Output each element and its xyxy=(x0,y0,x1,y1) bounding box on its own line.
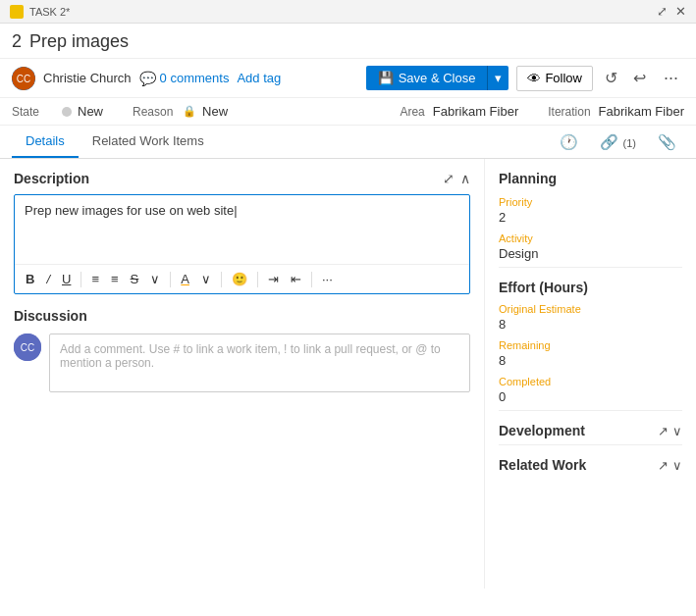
comment-input[interactable]: Add a comment. Use # to link a work item… xyxy=(49,334,470,392)
description-expand-button[interactable]: ⤢ xyxy=(443,171,455,186)
description-icons: ⤢ ∧ xyxy=(443,171,470,186)
divider1 xyxy=(499,267,682,268)
remaining-value: 8 xyxy=(499,353,682,368)
discussion-section: Discussion CC Add a comment. Use # to li… xyxy=(14,308,470,392)
close-icon[interactable]: ✕ xyxy=(675,4,686,19)
description-header: Description ⤢ ∧ xyxy=(14,171,470,186)
indent-button[interactable]: ⇥ xyxy=(263,269,284,289)
comments-button[interactable]: 💬 0 comments xyxy=(139,71,230,86)
tab-related-work-items[interactable]: Related Work Items xyxy=(79,126,218,158)
area-iteration-group: Area Fabrikam Fiber Iteration Fabrikam F… xyxy=(400,104,684,119)
related-work-expand-icons: ↗ ∨ xyxy=(658,458,682,473)
development-chevron-icon: ∨ xyxy=(672,424,682,438)
link-icon: 🔗 xyxy=(600,133,618,150)
task-title: Prep images xyxy=(29,31,129,52)
completed-value: 0 xyxy=(499,389,682,404)
iteration-value: Fabrikam Fiber xyxy=(599,104,684,119)
sep5 xyxy=(311,272,312,287)
dropdown-icon: ▾ xyxy=(495,71,502,85)
left-panel: Description ⤢ ∧ Prep new images for use … xyxy=(0,159,485,589)
save-icon: 💾 xyxy=(378,71,394,85)
save-close-button[interactable]: 💾 Save & Close xyxy=(366,66,488,90)
italic-button[interactable]: / xyxy=(41,269,55,289)
attach-button[interactable]: 📎 xyxy=(650,128,684,157)
meta-row: State New Reason 🔒 New Area Fabrikam Fib… xyxy=(0,98,696,126)
undo-button[interactable]: ↩ xyxy=(629,65,650,91)
priority-value: 2 xyxy=(499,210,682,225)
attach-icon: 📎 xyxy=(658,133,676,150)
related-work-chevron-icon: ∨ xyxy=(672,458,682,473)
right-panel: Planning Priority 2 Activity Design Effo… xyxy=(485,159,696,589)
expand-icon[interactable]: ⤢ xyxy=(657,4,668,19)
tabs-row: Details Related Work Items 🕐 🔗 (1) 📎 xyxy=(0,126,696,159)
toolbar: CC Christie Church 💬 0 comments Add tag … xyxy=(0,59,696,98)
history-button[interactable]: 🕐 xyxy=(552,128,586,157)
underline-button[interactable]: U xyxy=(57,269,76,289)
comments-count: 0 comments xyxy=(160,71,230,85)
sep2 xyxy=(170,272,171,287)
author-name: Christie Church xyxy=(43,71,132,85)
commenter-avatar: CC xyxy=(14,334,41,361)
description-collapse-button[interactable]: ∧ xyxy=(460,171,470,186)
emoji-button[interactable]: 🙂 xyxy=(227,269,252,289)
align-button[interactable]: ≡ xyxy=(86,269,104,289)
task-number: 2 xyxy=(12,31,22,52)
development-expand-icons: ↗ ∨ xyxy=(658,424,682,438)
title-bar: TASK 2* ⤢ ✕ xyxy=(0,0,696,24)
development-section[interactable]: Development ↗ ∨ xyxy=(499,423,682,438)
main-content: Description ⤢ ∧ Prep new images for use … xyxy=(0,159,696,589)
more-format-button[interactable]: ··· xyxy=(317,269,338,289)
task-header: 2 Prep images xyxy=(0,24,696,59)
add-tag-button[interactable]: Add tag xyxy=(237,71,281,85)
original-estimate-label: Original Estimate xyxy=(499,303,682,315)
sep1 xyxy=(80,272,81,287)
follow-button[interactable]: 👁 Follow xyxy=(516,66,593,91)
activity-label: Activity xyxy=(499,232,682,244)
divider3 xyxy=(499,444,682,445)
effort-title: Effort (Hours) xyxy=(499,280,588,295)
reason-value: New xyxy=(202,104,228,119)
sep3 xyxy=(221,272,222,287)
refresh-button[interactable]: ↺ xyxy=(601,65,621,91)
eye-icon: 👁 xyxy=(527,71,541,86)
save-close-group: 💾 Save & Close ▾ xyxy=(366,66,509,90)
font-color-dropdown-button[interactable]: ∨ xyxy=(196,269,216,289)
state-circle xyxy=(62,107,72,117)
reason-item: Reason 🔒 New xyxy=(133,104,228,119)
strikethrough-button[interactable]: S xyxy=(126,269,144,289)
font-color-button[interactable]: A xyxy=(176,269,194,289)
related-work-expand-icon: ↗ xyxy=(658,458,669,473)
tab-details[interactable]: Details xyxy=(12,126,79,158)
related-work-title: Related Work xyxy=(499,457,586,473)
sep4 xyxy=(257,272,258,287)
state-label: State xyxy=(12,105,56,119)
bold-button[interactable]: B xyxy=(21,269,39,289)
description-toolbar: B / U ≡ ≡ S ∨ A ∨ 🙂 ⇥ ⇤ ··· xyxy=(15,264,469,293)
completed-label: Completed xyxy=(499,376,682,387)
comment-placeholder: Add a comment. Use # to link a work item… xyxy=(60,342,441,370)
link-button[interactable]: 🔗 (1) xyxy=(592,128,644,157)
remaining-label: Remaining xyxy=(499,339,682,351)
comment-icon: 💬 xyxy=(139,71,156,86)
related-work-section[interactable]: Related Work ↗ ∨ xyxy=(499,457,682,473)
iteration-item: Iteration Fabrikam Fiber xyxy=(548,104,684,119)
more-button[interactable]: ··· xyxy=(658,66,684,90)
strikethrough-dropdown-button[interactable]: ∨ xyxy=(145,269,165,289)
list-button[interactable]: ≡ xyxy=(106,269,124,289)
outdent-button[interactable]: ⇤ xyxy=(286,269,306,289)
area-value: Fabrikam Fiber xyxy=(433,104,518,119)
save-dropdown-button[interactable]: ▾ xyxy=(487,66,509,90)
title-bar-label: TASK 2* xyxy=(29,6,70,18)
discussion-title: Discussion xyxy=(14,308,470,324)
area-label: Area xyxy=(400,105,424,119)
svg-text:CC: CC xyxy=(21,342,34,353)
task-icon xyxy=(10,5,24,19)
development-title: Development xyxy=(499,423,585,438)
state-item: State New xyxy=(12,104,103,119)
link-badge: (1) xyxy=(623,137,636,149)
original-estimate-value: 8 xyxy=(499,317,682,332)
description-content[interactable]: Prep new images for use on web site| xyxy=(15,195,469,264)
divider2 xyxy=(499,410,682,411)
avatar: CC xyxy=(12,67,35,90)
history-icon: 🕐 xyxy=(560,133,578,150)
